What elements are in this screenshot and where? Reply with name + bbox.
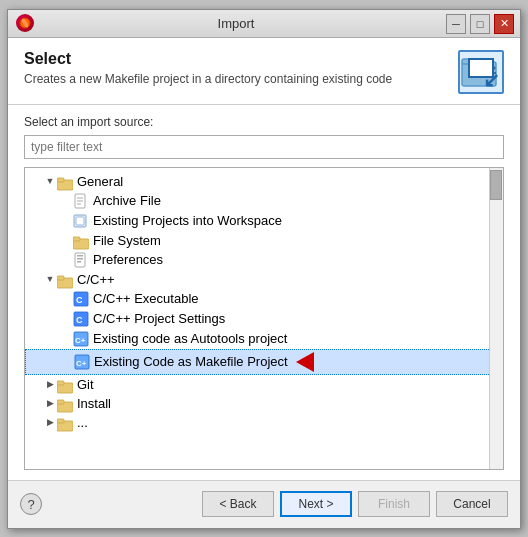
label-git: Git [77, 377, 94, 392]
label-autotools: Existing code as Autotools project [93, 331, 287, 346]
cancel-button[interactable]: Cancel [436, 491, 508, 517]
footer: ? < Back Next > Finish Cancel [8, 480, 520, 528]
maximize-button[interactable]: □ [470, 14, 490, 34]
next-button[interactable]: Next > [280, 491, 352, 517]
file-icon-cpp-project-settings: C [73, 311, 89, 327]
file-icon-cpp-executable: C [73, 291, 89, 307]
help-button[interactable]: ? [20, 493, 42, 515]
svg-rect-31 [57, 381, 64, 385]
svg-text:C+: C+ [75, 336, 86, 345]
label-more: ... [77, 415, 88, 430]
tree-item-makefile[interactable]: ▶ C+ Existing Code as Makefile Project [25, 349, 503, 375]
tree-item-existing-projects[interactable]: ▶ Existing Projects into Workspace [25, 211, 503, 231]
header-text: Select Creates a new Makefile project in… [24, 50, 392, 86]
svg-rect-33 [57, 400, 64, 404]
file-icon-preferences [73, 252, 89, 268]
tree-item-cpp-project-settings[interactable]: ▶ C C/C++ Project Settings [25, 309, 503, 329]
label-preferences: Preferences [93, 252, 163, 267]
svg-text:C: C [76, 315, 83, 325]
wizard-subtitle: Creates a new Makefile project in a dire… [24, 72, 392, 86]
toggle-install[interactable]: ▶ [45, 398, 55, 408]
svg-rect-35 [57, 419, 64, 423]
folder-icon-filesystem [73, 234, 89, 247]
footer-left: ? [20, 493, 42, 515]
file-icon-existing-projects [73, 213, 89, 229]
minimize-button[interactable]: ─ [446, 14, 466, 34]
file-icon-makefile: C+ [74, 354, 90, 370]
tree-item-git[interactable]: ▶ Git [25, 375, 503, 394]
label-cpp-executable: C/C++ Executable [93, 291, 199, 306]
file-icon-autotools: C+ [73, 331, 89, 347]
svg-rect-19 [77, 261, 81, 263]
tree-scroll[interactable]: ▼ General ▶ Archive File ▶ [25, 168, 503, 469]
folder-icon-cpp [57, 273, 73, 286]
svg-rect-3 [462, 59, 476, 64]
tree-item-cpp[interactable]: ▼ C/C++ [25, 270, 503, 289]
import-dialog: Import ─ □ ✕ Select Creates a new Makefi… [7, 9, 521, 529]
tree-item-archive-file[interactable]: ▶ Archive File [25, 191, 503, 211]
scrollbar-track[interactable] [489, 168, 503, 469]
svg-rect-17 [77, 255, 83, 257]
tree-item-more[interactable]: ▶ ... [25, 413, 503, 432]
tree-item-cpp-executable[interactable]: ▶ C C/C++ Executable [25, 289, 503, 309]
folder-icon-general [57, 175, 73, 188]
svg-rect-13 [76, 217, 84, 225]
content-area: Select an import source: ▼ General ▶ [8, 105, 520, 480]
tree-item-preferences[interactable]: ▶ Preferences [25, 250, 503, 270]
svg-rect-15 [73, 237, 80, 241]
label-file-system: File System [93, 233, 161, 248]
source-label: Select an import source: [24, 115, 504, 129]
toggle-general[interactable]: ▼ [45, 176, 55, 186]
wizard-title: Select [24, 50, 392, 68]
close-button[interactable]: ✕ [494, 14, 514, 34]
svg-rect-2 [462, 62, 496, 86]
label-makefile: Existing Code as Makefile Project [94, 354, 288, 369]
folder-icon-install [57, 397, 73, 410]
file-icon-archive [73, 193, 89, 209]
svg-rect-7 [57, 178, 64, 182]
svg-text:C: C [76, 295, 83, 305]
label-install: Install [77, 396, 111, 411]
selection-arrow [296, 352, 314, 372]
toggle-more[interactable]: ▶ [45, 417, 55, 427]
svg-text:C+: C+ [76, 359, 87, 368]
tree-item-install[interactable]: ▶ Install [25, 394, 503, 413]
tree-container: ▼ General ▶ Archive File ▶ [24, 167, 504, 470]
svg-rect-21 [57, 276, 64, 280]
toggle-cpp[interactable]: ▼ [45, 274, 55, 284]
filter-input[interactable] [24, 135, 504, 159]
label-archive-file: Archive File [93, 193, 161, 208]
tree-item-general[interactable]: ▼ General [25, 172, 503, 191]
label-cpp: C/C++ [77, 272, 115, 287]
window-controls: ─ □ ✕ [446, 14, 514, 34]
finish-button[interactable]: Finish [358, 491, 430, 517]
back-button[interactable]: < Back [202, 491, 274, 517]
label-cpp-project-settings: C/C++ Project Settings [93, 311, 225, 326]
scrollbar-thumb[interactable] [490, 170, 502, 200]
label-existing-projects: Existing Projects into Workspace [93, 213, 282, 228]
toggle-git[interactable]: ▶ [45, 379, 55, 389]
footer-right: < Back Next > Finish Cancel [202, 491, 508, 517]
header-section: Select Creates a new Makefile project in… [8, 38, 520, 105]
titlebar: Import ─ □ ✕ [8, 10, 520, 38]
folder-icon-git [57, 378, 73, 391]
label-general: General [77, 174, 123, 189]
folder-icon-more [57, 416, 73, 429]
tree-item-file-system[interactable]: ▶ File System [25, 231, 503, 250]
svg-rect-18 [77, 258, 83, 260]
tree-item-autotools[interactable]: ▶ C+ Existing code as Autotools project [25, 329, 503, 349]
window-title: Import [0, 16, 512, 31]
import-folder-icon [458, 50, 504, 94]
